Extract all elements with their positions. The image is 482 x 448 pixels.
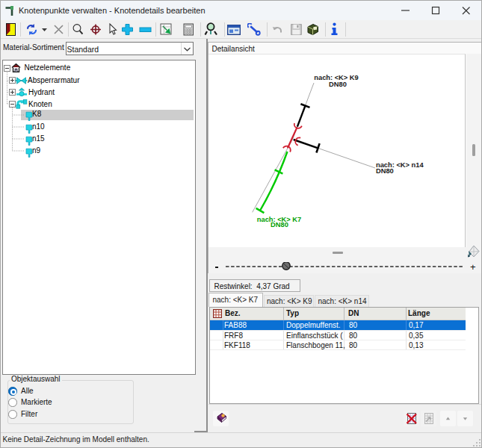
svg-text:DN80: DN80 xyxy=(271,221,288,228)
svg-text:DN80: DN80 xyxy=(329,81,347,88)
svg-text:DN80: DN80 xyxy=(376,167,394,175)
